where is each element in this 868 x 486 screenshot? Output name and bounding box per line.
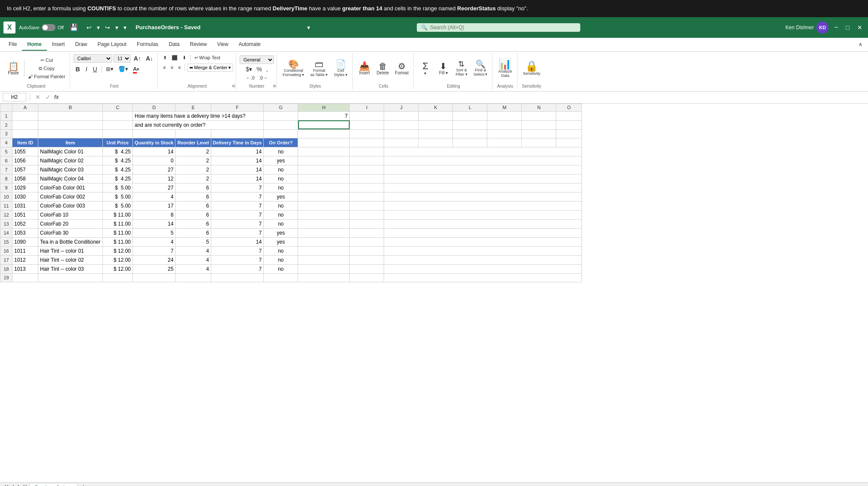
- cell-H8[interactable]: [298, 174, 350, 183]
- cell-J4[interactable]: [384, 138, 419, 147]
- wrap-text-button[interactable]: ↵ Wrap Text: [193, 54, 222, 61]
- sheet-grid[interactable]: A B C D E F G H I J K L M N O: [0, 104, 868, 482]
- fill-button[interactable]: ⬇ Fill ▾: [435, 61, 452, 76]
- alignment-expand-icon[interactable]: ⧉: [232, 84, 235, 89]
- cell-D16[interactable]: 7: [133, 246, 175, 255]
- cell-B10[interactable]: ColorFab Color 002: [38, 192, 103, 201]
- cell-F5[interactable]: 14: [211, 147, 264, 156]
- cell-B13[interactable]: ColorFab 20: [38, 219, 103, 228]
- sheet-nav-first[interactable]: ⟨⟨: [3, 483, 10, 486]
- quick-access-more[interactable]: ▾: [121, 23, 129, 32]
- middle-align-button[interactable]: ⬛: [170, 54, 179, 61]
- cell-G8[interactable]: no: [264, 174, 298, 183]
- window-close[interactable]: ✕: [855, 23, 865, 32]
- cell-C12[interactable]: $ 11.00: [103, 210, 133, 219]
- fill-color-button[interactable]: 🪣▾: [117, 65, 130, 73]
- cell-I18[interactable]: [350, 264, 384, 273]
- col-header-N[interactable]: N: [522, 104, 556, 111]
- format-as-table-button[interactable]: 🗃 Formatas Table ▾: [308, 58, 330, 78]
- tab-formulas[interactable]: Formulas: [132, 39, 163, 51]
- cell-H9[interactable]: [298, 183, 350, 192]
- cell-H1[interactable]: 7: [298, 111, 350, 120]
- cell-C13[interactable]: $ 11.00: [103, 219, 133, 228]
- cell-A15[interactable]: 1090: [12, 237, 38, 246]
- cell-I4[interactable]: [350, 138, 384, 147]
- cell-B15[interactable]: Tea in a Bottle Conditioner: [38, 237, 103, 246]
- cell-N2[interactable]: [522, 120, 556, 129]
- cell-G18[interactable]: no: [264, 264, 298, 273]
- cell-G15[interactable]: yes: [264, 237, 298, 246]
- cell-K4[interactable]: [419, 138, 453, 147]
- cell-B14[interactable]: ColorFab 30: [38, 228, 103, 237]
- cell-A19[interactable]: [12, 273, 38, 282]
- cell-A17[interactable]: 1012: [12, 255, 38, 264]
- col-header-G[interactable]: G: [264, 104, 298, 111]
- cell-C14[interactable]: $ 11.00: [103, 228, 133, 237]
- cell-E14[interactable]: 6: [175, 228, 211, 237]
- col-header-O[interactable]: O: [556, 104, 582, 111]
- analyze-data-button[interactable]: 📊 AnalyzeData: [496, 58, 514, 79]
- sheet-nav-prev[interactable]: ⟨: [10, 483, 16, 486]
- confirm-formula-button[interactable]: ✓: [44, 93, 52, 101]
- cell-E8[interactable]: 2: [175, 174, 211, 183]
- cell-I15[interactable]: [350, 237, 384, 246]
- cell-F10[interactable]: 7: [211, 192, 264, 201]
- cell-I1[interactable]: [350, 111, 384, 120]
- cell-E6[interactable]: 2: [175, 156, 211, 165]
- cell-E3[interactable]: [175, 129, 211, 138]
- avatar[interactable]: KD: [816, 21, 828, 34]
- cell-A6[interactable]: 1056: [12, 156, 38, 165]
- cell-A12[interactable]: 1051: [12, 210, 38, 219]
- cell-C19[interactable]: [103, 273, 133, 282]
- row-header-1[interactable]: 1: [0, 111, 12, 120]
- cell-E11[interactable]: 6: [175, 201, 211, 210]
- cell-D12[interactable]: 8: [133, 210, 175, 219]
- cell-L2[interactable]: [453, 120, 487, 129]
- increase-decimal-button[interactable]: .0→: [257, 74, 269, 81]
- cell-G11[interactable]: no: [264, 201, 298, 210]
- cell-H10[interactable]: [298, 192, 350, 201]
- cell-F6[interactable]: 14: [211, 156, 264, 165]
- cell-M3[interactable]: [487, 129, 522, 138]
- cell-reference-box[interactable]: [3, 93, 26, 101]
- col-header-H[interactable]: H: [298, 104, 350, 111]
- cell-C6[interactable]: $ 4.25: [103, 156, 133, 165]
- cell-I7[interactable]: [350, 165, 384, 174]
- merge-center-button[interactable]: ⬌ Merge & Center ▾: [187, 64, 233, 72]
- cell-I12[interactable]: [350, 210, 384, 219]
- cell-F11[interactable]: 7: [211, 201, 264, 210]
- top-align-button[interactable]: ⬆: [161, 54, 169, 61]
- cell-D1[interactable]: How many items have a delivery time >14 …: [133, 111, 264, 120]
- cell-D7[interactable]: 27: [133, 165, 175, 174]
- cell-N1[interactable]: [522, 111, 556, 120]
- col-header-B[interactable]: B: [38, 104, 103, 111]
- cell-I9[interactable]: [350, 183, 384, 192]
- add-sheet-button[interactable]: +: [80, 483, 87, 486]
- tab-view[interactable]: View: [212, 39, 234, 51]
- cell-O3[interactable]: [556, 129, 582, 138]
- cell-C5[interactable]: $ 4.25: [103, 147, 133, 156]
- cell-F12[interactable]: 7: [211, 210, 264, 219]
- decrease-font-button[interactable]: A↓: [144, 54, 155, 63]
- cell-O4[interactable]: [556, 138, 582, 147]
- undo-button[interactable]: ↩: [84, 23, 94, 32]
- insert-cells-button[interactable]: 📥 Insert: [356, 61, 372, 76]
- cell-I13[interactable]: [350, 219, 384, 228]
- cell-D17[interactable]: 24: [133, 255, 175, 264]
- cell-D8[interactable]: 12: [133, 174, 175, 183]
- cell-E15[interactable]: 5: [175, 237, 211, 246]
- row-header-6[interactable]: 6: [0, 156, 12, 165]
- col-header-M[interactable]: M: [487, 104, 522, 111]
- cell-G13[interactable]: no: [264, 219, 298, 228]
- cell-H3[interactable]: [298, 129, 350, 138]
- paste-button[interactable]: 📋 Paste: [5, 61, 22, 76]
- cell-A8[interactable]: 1058: [12, 174, 38, 183]
- cell-G4[interactable]: On Order?: [264, 138, 298, 147]
- cell-B16[interactable]: Hair Tint -- color 01: [38, 246, 103, 255]
- cell-O1[interactable]: [556, 111, 582, 120]
- cell-D14[interactable]: 5: [133, 228, 175, 237]
- cell-G1[interactable]: [264, 111, 298, 120]
- search-input[interactable]: [430, 24, 576, 31]
- cell-I11[interactable]: [350, 201, 384, 210]
- cell-H2[interactable]: [298, 120, 350, 129]
